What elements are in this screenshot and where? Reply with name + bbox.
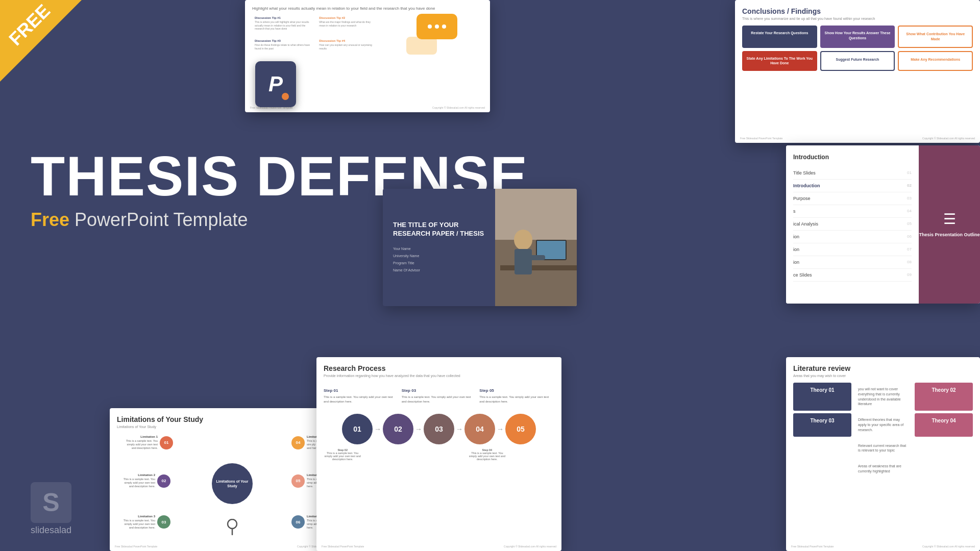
conc-inner: Conclusions / Findings This is where you… [735,0,980,78]
proc-circle-3: 03 [424,414,454,444]
dot1 [428,24,432,29]
person-svg [495,189,577,306]
subtitle-free: Free [31,209,69,230]
proc-arrow-3: → [454,425,464,433]
toc-list-icon: ☰ [943,211,956,228]
lim-bubble-6: 06 [291,515,305,529]
lit-footer-right: Copyright © Slidesalad.com All rights re… [922,545,975,548]
lit-subtitle: Areas that you may wish to cover [793,374,973,378]
slide-toc: Introduction Title Slides 01 Introductio… [786,145,980,304]
proc-circle-2: 02 [383,414,413,444]
toc-label-0: Title Slides [793,170,816,176]
toc-label-2: Purpose [793,196,811,201]
conc-footer: Free Slidesalad PowerPoint Template Copy… [735,137,980,140]
toc-item-2: Purpose 03 [793,192,912,205]
lit-theory04: Theory 04 [915,413,973,436]
powerpoint-icon: P [255,61,296,107]
proc-circle-1: 01 [342,414,373,444]
svg-point-5 [514,230,532,250]
toc-title: Introduction [793,154,912,161]
svg-rect-7 [530,255,545,260]
lim-bubble-2: 02 [157,474,170,488]
toc-item-4: ical Analysis 05 [793,218,912,231]
conc-item2: Show How Your Results Answer These Quest… [820,26,895,48]
lit-grid: Theory 01 you will not want to cover eve… [793,383,973,478]
chat-dots [428,24,446,29]
lim-footer-left: Free Slidesalad PowerPoint Template [115,545,157,548]
university-name: University Name [393,253,485,260]
disc-tip1-body: This is where you will highlight what yo… [255,20,312,31]
toc-item-3: s 04 [793,205,912,218]
disc-grid: Discussion Tip #1 This is where you will… [252,14,379,55]
disc-tip4: Discussion Tip #4 How can you explain an… [316,37,379,55]
dot3 [442,24,446,29]
logo-name: slidesalad [31,525,71,536]
proc-sub: Provide information regarding how you ha… [324,374,554,378]
proc-step4-label: Step 04 This is a sample text. You simpl… [468,448,506,461]
proc-circles-area: 01 → 02 → 03 → 04 → 05 Step 02 This is a… [324,414,554,461]
chat-bubble-main [416,14,457,39]
lim-text-1: Limitation 1 This is a sample text. You … [122,435,158,450]
program-title: Program Title [393,260,485,267]
proc-circle-4: 04 [464,414,495,444]
logo-icon: S [31,482,71,523]
proc-step5: Step 05 This is a sample text. You simpl… [479,388,554,404]
advisor-name: Name Of Advisor [393,267,485,274]
toc-num-6: 07 [907,247,912,252]
lim-node-2: 02 Limitation 2 This is a sample text. Y… [119,473,170,488]
toc-item-5: ion 06 [793,231,912,243]
title-thesis: THESIS [31,144,239,207]
toc-label-5: ion [793,234,799,239]
proc-footer-left: Free Slidesalad PowerPoint Template [322,545,364,548]
disc-tip4-title: Discussion Tip #4 [319,39,376,42]
subtitle-rest: PowerPoint Template [75,209,248,230]
lim-text-2: Limitation 2 This is a sample text. You … [119,473,155,488]
ppt-dot [282,93,289,100]
lim-node-1: 01 Limitation 1 This is a sample text. Y… [122,435,173,450]
svg-point-8 [228,519,237,529]
paper-title: THE TITLE OF YOUR RESEARCH PAPER / THESI… [393,221,485,238]
slide-discussion-inner: Highlight what your results actually mea… [245,0,490,61]
magnifier-icon [226,519,238,537]
toc-num-7: 08 [907,260,912,265]
lim-diagram: Limitations of Your Study 01 Limitation … [117,433,348,535]
logo: S slidesalad [31,482,71,536]
disc-footer-right: Copyright © Slidesalad.com All rights re… [432,106,485,109]
disc-tip3: Discussion Tip #3 How do these findings … [252,37,314,55]
lim-subtitle: Limitations of Your Study [117,425,348,429]
lim-bubble-3: 03 [157,515,170,529]
conc-item6: Make Any Recommendations [898,51,973,71]
proc-title: Research Process [324,364,554,372]
proc-step1: Step 01 This is a sample text. You simpl… [324,388,399,404]
conc-item4: State Any Limitations To The Work You Ha… [742,51,817,71]
lit-text1: you will not want to cover everything th… [854,383,912,411]
lim-node-3: 03 Limitation 3 This is a sample text. Y… [119,515,170,530]
proc-inner: Research Process Provide information reg… [316,357,561,468]
disc-tip4-body: How can you explain any unusual or surpr… [319,43,376,50]
dot2 [435,24,439,29]
lit-theory02: Theory 02 [915,383,973,411]
toc-num-8: 09 [907,272,912,278]
toc-item-8: ce Slides 09 [793,269,912,282]
toc-right-title: Thesis Presentation Outline [919,232,979,238]
proc-circles: 01 → 02 → 03 → 04 → 05 [324,414,554,444]
proc-step3: Step 03 This is a sample text. You simpl… [402,388,477,404]
toc-num-5: 06 [907,234,912,239]
disc-tip3-title: Discussion Tip #3 [255,39,312,42]
title-photo [495,189,577,306]
slide-process: Research Process Provide information reg… [316,357,561,551]
proc-arrow-2: → [413,425,424,433]
toc-label-4: ical Analysis [793,221,818,227]
disc-header: Highlight what your results actually mea… [252,6,483,11]
title-details: Your Name University Name Program Title … [393,245,485,274]
disc-tip2-body: What are the major findings and what do … [319,20,376,27]
disc-tip2-title: Discussion Tip #2 [319,16,376,19]
conc-item3: Show What Contribution You Have Made [898,26,973,48]
title-photo-img [495,189,577,306]
conc-subtitle: This is where you summarize and tie up a… [742,17,973,20]
ppt-letter: P [268,72,283,96]
conc-item1: Restate Your Research Questions [742,26,817,48]
toc-label-7: ion [793,260,799,265]
conc-footer-right: Copyright © Slidesalad.com All rights re… [922,137,975,140]
lit-footer: Free Slidesalad PowerPoint Template Copy… [786,545,980,548]
